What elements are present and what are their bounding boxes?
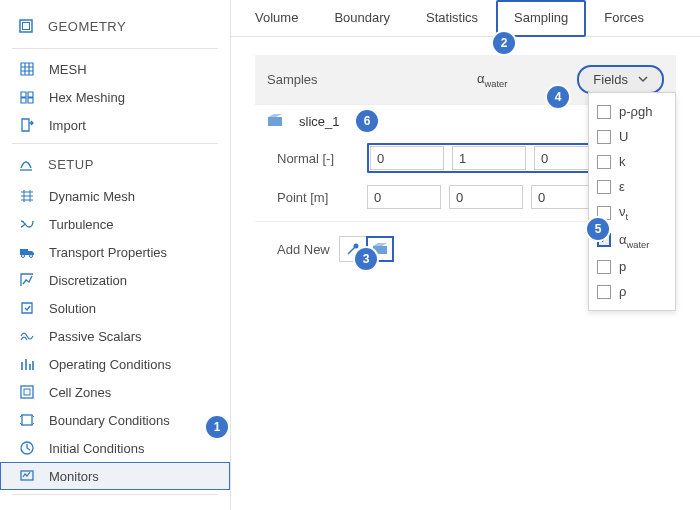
field-option-nut[interactable]: νt [589,199,675,227]
sidebar: GEOMETRY MESH Hex Meshing Import SETUP D… [0,0,231,510]
nav-passive-scalars[interactable]: Passive Scalars [0,322,230,350]
checkbox[interactable] [597,180,611,194]
add-point-probe-button[interactable] [339,236,367,262]
checkbox[interactable] [597,105,611,119]
main-panel: Volume Boundary Statistics Sampling Forc… [231,0,700,510]
truck-icon [19,244,35,260]
nav-operating-conditions[interactable]: Operating Conditions [0,350,230,378]
tab-forces[interactable]: Forces [586,0,662,37]
section-geometry[interactable]: GEOMETRY [0,12,230,44]
svg-rect-12 [373,246,387,254]
checkbox[interactable] [597,155,611,169]
boundary-icon [19,412,35,428]
turbulence-icon [19,216,35,232]
slice-icon [267,113,283,129]
field-option-epsilon[interactable]: ε [589,174,675,199]
tabs: Volume Boundary Statistics Sampling Forc… [231,0,700,37]
setup-icon [18,156,34,172]
nav-turbulence[interactable]: Turbulence [0,210,230,238]
field-option-p[interactable]: p [589,254,675,279]
cell-zones-icon [19,384,35,400]
section-run[interactable]: RUN [0,501,230,510]
point-label: Point [m] [277,190,367,205]
svg-rect-6 [22,415,32,425]
section-label: GEOMETRY [48,19,126,34]
field-option-rho[interactable]: ρ [589,279,675,304]
scalars-icon [19,328,35,344]
nav-initial-conditions[interactable]: Initial Conditions [0,434,230,462]
sample-name: slice_1 [299,114,339,129]
import-icon [19,117,35,133]
initial-icon [19,440,35,456]
alpha-water-column: αwater [477,71,535,89]
hex-icon [19,89,35,105]
dynamic-mesh-icon [19,188,35,204]
nav-dynamic-mesh[interactable]: Dynamic Mesh [0,182,230,210]
svg-rect-1 [23,23,30,30]
tab-volume[interactable]: Volume [237,0,316,37]
normal-label: Normal [-] [277,151,367,166]
svg-rect-10 [268,117,282,126]
fields-button[interactable]: Fields [577,65,664,94]
nav-transport-properties[interactable]: Transport Properties [0,238,230,266]
field-option-k[interactable]: k [589,149,675,174]
svg-rect-0 [20,20,32,32]
monitors-icon [19,468,35,484]
checkbox[interactable] [597,206,611,220]
chevron-down-icon [638,72,648,87]
add-new-label: Add New [277,242,339,257]
svg-point-2 [22,255,25,258]
nav-boundary-conditions[interactable]: Boundary Conditions [0,406,230,434]
svg-point-3 [30,255,33,258]
tab-sampling[interactable]: Sampling [496,0,586,37]
point-inputs [367,185,605,209]
fields-dropdown: p-ρgh U k ε νt αwater p ρ [588,92,676,311]
discretization-icon [19,272,35,288]
nav-mesh[interactable]: MESH [0,55,230,83]
mesh-icon [19,61,35,77]
section-label: SETUP [48,157,94,172]
normal-inputs [367,143,611,173]
nav-hex-meshing[interactable]: Hex Meshing [0,83,230,111]
field-option-p-rhogh[interactable]: p-ρgh [589,99,675,124]
tab-boundary[interactable]: Boundary [316,0,408,37]
nav-solution[interactable]: Solution [0,294,230,322]
samples-label: Samples [267,72,477,87]
checkbox[interactable] [597,130,611,144]
solution-icon [19,300,35,316]
tab-statistics[interactable]: Statistics [408,0,496,37]
field-option-u[interactable]: U [589,124,675,149]
checkbox[interactable] [597,285,611,299]
point-y-input[interactable] [449,185,523,209]
field-option-alpha-water[interactable]: αwater [589,227,675,255]
nav-import[interactable]: Import [0,111,230,139]
checkbox-checked[interactable] [597,233,611,247]
svg-rect-4 [21,386,33,398]
svg-point-11 [354,244,359,249]
nav-cell-zones[interactable]: Cell Zones [0,378,230,406]
section-setup[interactable]: SETUP [0,150,230,182]
svg-rect-5 [24,389,30,395]
operating-icon [19,356,35,372]
point-x-input[interactable] [367,185,441,209]
add-slice-button[interactable] [366,236,394,262]
geometry-icon [18,18,34,34]
normal-x-input[interactable] [370,146,444,170]
nav-discretization[interactable]: Discretization [0,266,230,294]
nav-monitors[interactable]: Monitors [0,462,230,490]
checkbox[interactable] [597,260,611,274]
normal-y-input[interactable] [452,146,526,170]
